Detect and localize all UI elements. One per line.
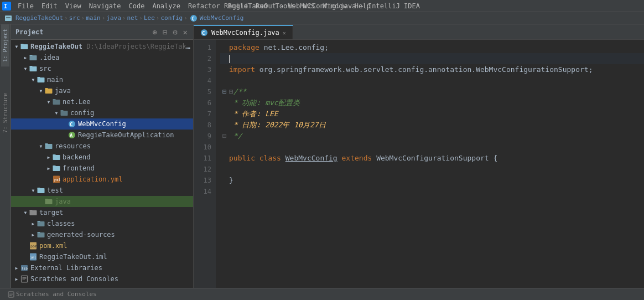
tree-label-config: config bbox=[70, 109, 94, 117]
tree-item-netlee[interactable]: ▼ net.Lee bbox=[11, 96, 193, 107]
breadcrumb-lee[interactable]: Lee bbox=[144, 14, 155, 22]
code-editor[interactable]: 1 2 3 4 5 6 7 8 9 10 11 12 13 14 package… bbox=[194, 40, 644, 288]
status-scratches[interactable]: Scratches and Consoles bbox=[4, 291, 100, 298]
tree-label-netlee: net.Lee bbox=[63, 98, 91, 106]
svg-rect-39 bbox=[38, 221, 40, 222]
svg-rect-26 bbox=[53, 155, 60, 160]
arrow-appyml bbox=[45, 176, 52, 183]
tree-label-extlibs: External Libraries bbox=[30, 264, 102, 272]
breadcrumb-src[interactable]: src bbox=[69, 14, 80, 22]
icon-backend bbox=[52, 153, 61, 162]
text-cursor bbox=[229, 55, 230, 63]
tree-item-pomxml[interactable]: pom pom.xml bbox=[11, 240, 193, 251]
tree-item-config[interactable]: ▼ config bbox=[11, 107, 193, 118]
tree-item-appyml[interactable]: yml application.yml bbox=[11, 174, 193, 185]
import-path: org.springframework.web.servlet.config.a… bbox=[259, 64, 589, 75]
project-tree[interactable]: ▼ ReggieTakeOut D:\IdeaProjects\ReggieTa… bbox=[11, 40, 193, 288]
tree-item-resources[interactable]: ▼ resources bbox=[11, 141, 193, 152]
tree-item-src[interactable]: ▼ src bbox=[11, 63, 193, 74]
svg-rect-28 bbox=[53, 166, 60, 171]
tree-item-target[interactable]: ▼ target bbox=[11, 207, 193, 218]
arrow-pomxml bbox=[22, 242, 29, 249]
menu-view[interactable]: View bbox=[62, 1, 85, 11]
breadcrumb-main[interactable]: main bbox=[86, 14, 101, 22]
code-content[interactable]: package net.Lee.config; import org.sprin… bbox=[216, 40, 644, 288]
gutter-5: ⊟ bbox=[220, 86, 229, 97]
svg-rect-24 bbox=[45, 144, 53, 149]
breadcrumb-config[interactable]: config bbox=[160, 14, 183, 22]
icon-src bbox=[29, 64, 38, 73]
icon-java-folder bbox=[44, 86, 53, 95]
kw-extends: extends bbox=[342, 153, 377, 164]
arrow-webmvcconfig bbox=[61, 121, 67, 127]
tree-label-src: src bbox=[39, 65, 51, 73]
breadcrumb-java[interactable]: java bbox=[106, 14, 121, 22]
tree-item-classes[interactable]: ▶ classes bbox=[11, 218, 193, 229]
tree-item-frontend[interactable]: ▶ frontend bbox=[11, 163, 193, 174]
code-line-5: ⊟ ⊟ /** bbox=[220, 86, 644, 97]
linenum-3: 3 bbox=[198, 64, 211, 75]
linenum-14: 14 bbox=[198, 186, 211, 197]
panel-scope-btn[interactable]: ⊕ bbox=[151, 27, 158, 38]
tree-item-scratches[interactable]: ▶ Scratches and Consoles bbox=[11, 273, 193, 285]
main-area: 1: Project 7: Structure Project ⊕ ⊟ ⚙ ✕ … bbox=[0, 24, 644, 288]
semi-1: ; bbox=[324, 42, 329, 53]
menu-analyze[interactable]: Analyze bbox=[149, 1, 184, 11]
code-line-14 bbox=[220, 186, 644, 197]
panel-title: Project bbox=[15, 28, 148, 36]
tree-item-iml[interactable]: iml ReggieTakeOut.iml bbox=[11, 251, 193, 262]
tree-label-resources: resources bbox=[55, 142, 91, 150]
tree-item-idea[interactable]: ▶ .idea bbox=[11, 52, 193, 63]
menu-edit[interactable]: Edit bbox=[38, 1, 61, 11]
menu-file[interactable]: File bbox=[14, 1, 37, 11]
breadcrumb-net[interactable]: net bbox=[127, 14, 138, 22]
menu-code[interactable]: Code bbox=[126, 1, 148, 11]
breadcrumb-reggie[interactable]: ReggieTakeOut bbox=[15, 14, 63, 22]
menu-refactor[interactable]: Refactor bbox=[185, 1, 224, 11]
tree-item-generated[interactable]: ▶ generated-sources bbox=[11, 229, 193, 240]
panel-collapse-btn[interactable]: ⊟ bbox=[162, 27, 168, 38]
tree-item-main[interactable]: ▼ main bbox=[11, 74, 193, 85]
svg-rect-48 bbox=[22, 276, 28, 282]
svg-rect-34 bbox=[45, 199, 53, 204]
svg-rect-33 bbox=[38, 188, 40, 189]
pkg-name: net.Lee.config bbox=[264, 42, 325, 53]
panel-close-btn[interactable]: ✕ bbox=[182, 27, 189, 38]
tree-item-extlibs[interactable]: ▶ lib External Libraries bbox=[11, 262, 193, 273]
tree-item-reggieapp[interactable]: A ReggieTakeOutApplication bbox=[11, 130, 193, 141]
kw-public: public bbox=[229, 153, 259, 164]
arrow-scratches: ▶ bbox=[13, 276, 20, 282]
breadcrumb: ReggieTakeOut › src › main › java › net … bbox=[0, 12, 644, 24]
tree-item-test[interactable]: ▼ test bbox=[11, 185, 193, 196]
semi-3: ; bbox=[589, 64, 593, 75]
breadcrumb-webmvcconfig[interactable]: WebMvcConfig bbox=[200, 14, 243, 22]
icon-iml: iml bbox=[29, 252, 38, 261]
tree-item-test-java[interactable]: java bbox=[11, 196, 193, 207]
editor-tab-webmvcconfig[interactable]: C WebMvcConfig.java ✕ bbox=[194, 25, 293, 39]
svg-rect-19 bbox=[61, 110, 64, 111]
javadoc-open: /** bbox=[233, 86, 246, 97]
tree-item-webmvcconfig[interactable]: C WebMvcConfig bbox=[11, 118, 193, 130]
tree-item-root[interactable]: ▼ ReggieTakeOut D:\IdeaProjects\ReggieTa… bbox=[11, 41, 193, 52]
svg-rect-9 bbox=[30, 55, 33, 56]
tree-item-backend[interactable]: ▶ backend bbox=[11, 152, 193, 163]
editor-tabs: C WebMvcConfig.java ✕ bbox=[194, 24, 644, 40]
icon-test-java bbox=[44, 197, 53, 206]
kw-package: package bbox=[229, 42, 264, 53]
tab-close-btn[interactable]: ✕ bbox=[283, 30, 286, 36]
side-strip-structure[interactable]: 7: Structure bbox=[1, 89, 9, 137]
svg-rect-41 bbox=[38, 232, 40, 233]
javadoc-close: */ bbox=[229, 131, 242, 142]
panel-settings-btn[interactable]: ⚙ bbox=[172, 27, 178, 38]
code-line-6: * 功能: mvc配置类 bbox=[220, 97, 644, 108]
tree-item-java[interactable]: ▼ java bbox=[11, 85, 193, 96]
linenum-4: 4 bbox=[198, 75, 211, 86]
side-strip: 1: Project 7: Structure bbox=[0, 24, 11, 288]
menu-navigate[interactable]: Navigate bbox=[86, 1, 124, 11]
tree-label-classes: classes bbox=[47, 220, 75, 227]
tab-label: WebMvcConfig.java bbox=[211, 29, 279, 37]
linenum-13: 13 bbox=[198, 175, 211, 186]
side-strip-project[interactable]: 1: Project bbox=[1, 24, 9, 66]
icon-config-folder bbox=[60, 108, 69, 117]
svg-rect-15 bbox=[45, 88, 48, 89]
